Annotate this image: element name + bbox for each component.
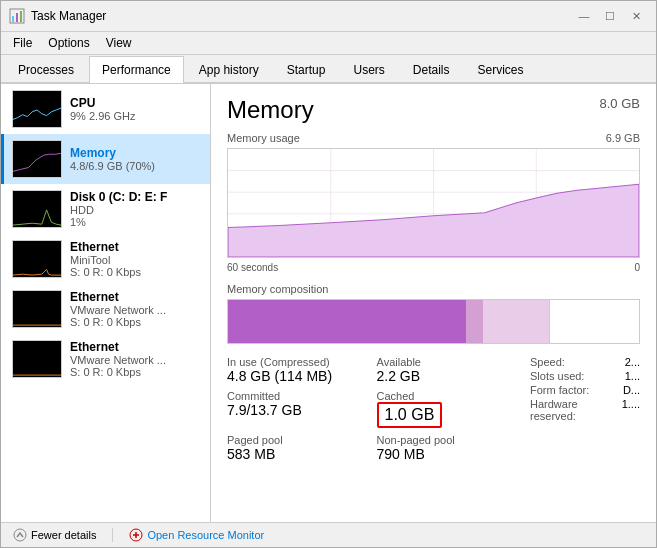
stat-available: Available 2.2 GB: [377, 356, 523, 384]
close-button[interactable]: ✕: [624, 7, 648, 25]
svg-rect-3: [20, 11, 22, 22]
memory-usage-graph: [227, 148, 640, 258]
left-stats: In use (Compressed) 4.8 GB (114 MB) Avai…: [227, 356, 522, 462]
comp-standby: [483, 300, 549, 343]
comp-free: [549, 300, 639, 343]
window-controls: — ☐ ✕: [572, 7, 648, 25]
stat-cached: Cached 1.0 GB: [377, 390, 523, 428]
tab-users[interactable]: Users: [340, 56, 397, 83]
stat-committed: Committed 7.9/13.7 GB: [227, 390, 373, 428]
svg-rect-1: [12, 16, 14, 22]
tab-bar: Processes Performance App history Startu…: [1, 55, 656, 84]
left-panel: CPU 9% 2.96 GHz Memory 4.8/6: [1, 84, 211, 522]
ethernet1-subtitle: MiniTool: [70, 254, 202, 266]
ethernet3-thumb: [12, 340, 62, 378]
fewer-details-button[interactable]: Fewer details: [13, 528, 96, 542]
app-icon: [9, 8, 25, 24]
ethernet3-speed: S: 0 R: 0 Kbps: [70, 366, 202, 378]
stat-speed: Speed: 2...: [530, 356, 640, 368]
ethernet3-title: Ethernet: [70, 340, 202, 354]
cpu-thumb: [12, 90, 62, 128]
svg-rect-6: [13, 191, 61, 227]
memory-thumb: [12, 140, 62, 178]
tab-services[interactable]: Services: [465, 56, 537, 83]
sidebar-item-ethernet2[interactable]: Ethernet VMware Network ... S: 0 R: 0 Kb…: [1, 284, 210, 334]
right-panel: Memory 8.0 GB Memory usage 6.9 GB: [211, 84, 656, 522]
menu-bar: File Options View: [1, 32, 656, 55]
composition-label: Memory composition: [227, 283, 640, 295]
maximize-button[interactable]: ☐: [598, 7, 622, 25]
stat-form: Form factor: D...: [530, 384, 640, 396]
memory-header: Memory 8.0 GB: [227, 96, 640, 124]
ethernet2-speed: S: 0 R: 0 Kbps: [70, 316, 202, 328]
window-title: Task Manager: [31, 9, 106, 23]
tab-details[interactable]: Details: [400, 56, 463, 83]
resource-monitor-link[interactable]: Open Resource Monitor: [129, 528, 264, 542]
stat-paged: Paged pool 583 MB: [227, 434, 373, 462]
menu-view[interactable]: View: [98, 34, 140, 52]
sidebar-item-memory[interactable]: Memory 4.8/6.9 GB (70%): [1, 134, 210, 184]
ethernet2-subtitle: VMware Network ...: [70, 304, 202, 316]
svg-rect-9: [13, 341, 61, 377]
sidebar-item-cpu[interactable]: CPU 9% 2.96 GHz: [1, 84, 210, 134]
ethernet2-thumb: [12, 290, 62, 328]
stat-reserved: Hardware reserved: 1....: [530, 398, 640, 422]
right-stats: Speed: 2... Slots used: 1... Form factor…: [530, 356, 640, 462]
memory-title: Memory: [70, 146, 202, 160]
disk-usage: 1%: [70, 216, 202, 228]
menu-file[interactable]: File: [5, 34, 40, 52]
sidebar-item-ethernet3[interactable]: Ethernet VMware Network ... S: 0 R: 0 Kb…: [1, 334, 210, 384]
resource-monitor-icon: [129, 528, 143, 542]
minimize-button[interactable]: —: [572, 7, 596, 25]
stat-slots: Slots used: 1...: [530, 370, 640, 382]
memory-total: 8.0 GB: [600, 96, 640, 111]
disk-thumb: [12, 190, 62, 228]
title-bar: Task Manager — ☐ ✕: [1, 1, 656, 32]
disk-subtitle: HDD: [70, 204, 202, 216]
main-content: CPU 9% 2.96 GHz Memory 4.8/6: [1, 84, 656, 522]
task-manager-window: Task Manager — ☐ ✕ File Options View Pro…: [0, 0, 657, 548]
stat-in-use: In use (Compressed) 4.8 GB (114 MB): [227, 356, 373, 384]
svg-rect-7: [13, 241, 61, 277]
cpu-title: CPU: [70, 96, 202, 110]
ethernet2-title: Ethernet: [70, 290, 202, 304]
tab-processes[interactable]: Processes: [5, 56, 87, 83]
tab-startup[interactable]: Startup: [274, 56, 339, 83]
ethernet1-thumb: [12, 240, 62, 278]
sidebar-item-ethernet1[interactable]: Ethernet MiniTool S: 0 R: 0 Kbps: [1, 234, 210, 284]
svg-rect-4: [13, 91, 61, 127]
stat-nonpaged: Non-paged pool 790 MB: [377, 434, 523, 462]
comp-modified: [466, 300, 482, 343]
bottom-divider: [112, 528, 113, 542]
stats-grid: In use (Compressed) 4.8 GB (114 MB) Avai…: [227, 356, 522, 462]
cached-value: 1.0 GB: [377, 402, 443, 428]
svg-rect-8: [13, 291, 61, 327]
svg-point-18: [14, 529, 26, 541]
time-labels: 60 seconds 0: [227, 262, 640, 273]
ethernet1-speed: S: 0 R: 0 Kbps: [70, 266, 202, 278]
stats-section: In use (Compressed) 4.8 GB (114 MB) Avai…: [227, 356, 640, 462]
ethernet3-subtitle: VMware Network ...: [70, 354, 202, 366]
chevron-up-icon: [13, 528, 27, 542]
tab-app-history[interactable]: App history: [186, 56, 272, 83]
sidebar-item-disk[interactable]: Disk 0 (C: D: E: F HDD 1%: [1, 184, 210, 234]
ethernet1-title: Ethernet: [70, 240, 202, 254]
tab-performance[interactable]: Performance: [89, 56, 184, 83]
memory-subtitle: 4.8/6.9 GB (70%): [70, 160, 202, 172]
menu-options[interactable]: Options: [40, 34, 97, 52]
comp-in-use: [228, 300, 466, 343]
usage-label: Memory usage 6.9 GB: [227, 132, 640, 144]
sidebar-scroll[interactable]: CPU 9% 2.96 GHz Memory 4.8/6: [1, 84, 210, 522]
memory-title: Memory: [227, 96, 314, 124]
bottom-bar: Fewer details Open Resource Monitor: [1, 522, 656, 547]
cpu-subtitle: 9% 2.96 GHz: [70, 110, 202, 122]
disk-title: Disk 0 (C: D: E: F: [70, 190, 202, 204]
svg-rect-2: [16, 13, 18, 22]
composition-bar: [227, 299, 640, 344]
